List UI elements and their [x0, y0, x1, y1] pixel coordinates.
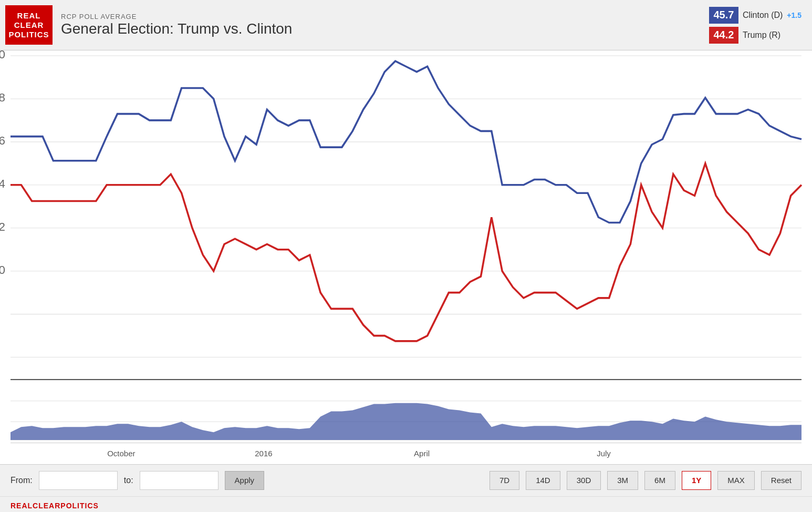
btn-3m[interactable]: 3M [607, 471, 638, 490]
rcp-label: RCP POLL AVERAGE [61, 13, 292, 21]
logo-text: REALCLEARPOLITICS [8, 11, 49, 39]
svg-text:46: 46 [0, 134, 5, 147]
mini-chart: 10 5 0 [11, 380, 801, 443]
trump-legend-item: 44.2 Trump (R) [709, 27, 780, 44]
btn-6m[interactable]: 6M [644, 471, 675, 490]
to-label: to: [124, 476, 133, 485]
legend: 45.7 Clinton (D) +1.5 44.2 Trump (R) [709, 7, 801, 44]
footer-text: REALCLEARPOLITICS [11, 501, 99, 510]
svg-text:42: 42 [0, 220, 5, 233]
header: REALCLEARPOLITICS RCP POLL AVERAGE Gener… [0, 0, 812, 50]
btn-30d[interactable]: 30D [567, 471, 601, 490]
main-chart: 50 48 46 44 42 40 [11, 56, 801, 380]
btn-14d[interactable]: 14D [526, 471, 560, 490]
main-chart-svg: 50 48 46 44 42 40 [11, 56, 801, 379]
btn-1y[interactable]: 1Y [682, 471, 711, 490]
logo: REALCLEARPOLITICS [5, 5, 53, 45]
title-block: RCP POLL AVERAGE General Election: Trump… [61, 13, 292, 37]
btn-max[interactable]: MAX [717, 471, 755, 490]
chart-area: 50 48 46 44 42 40 [0, 50, 812, 464]
btn-7d[interactable]: 7D [490, 471, 519, 490]
header-left: REALCLEARPOLITICS RCP POLL AVERAGE Gener… [5, 5, 292, 45]
apply-button[interactable]: Apply [225, 471, 265, 490]
clinton-score: 45.7 [709, 7, 738, 24]
svg-text:48: 48 [0, 91, 5, 104]
x-axis-labels: October 2016 April July [11, 443, 801, 464]
clinton-name: Clinton (D) [743, 11, 783, 20]
mini-chart-svg: 10 5 0 [11, 380, 801, 443]
x-label-july: July [597, 449, 611, 458]
to-input[interactable] [140, 471, 218, 490]
x-label-2016: 2016 [255, 449, 272, 458]
controls-bar: From: to: Apply 7D 14D 30D 3M 6M 1Y MAX … [0, 464, 812, 496]
footer: REALCLEARPOLITICS [0, 496, 812, 512]
chart-title: General Election: Trump vs. Clinton [61, 21, 292, 37]
from-label: From: [11, 476, 33, 485]
svg-text:44: 44 [0, 177, 5, 190]
svg-text:40: 40 [0, 263, 5, 277]
clinton-change: +1.5 [787, 11, 801, 19]
x-label-october: October [107, 449, 135, 458]
x-label-april: April [414, 449, 430, 458]
btn-reset[interactable]: Reset [761, 471, 801, 490]
clinton-legend-item: 45.7 Clinton (D) +1.5 [709, 7, 801, 24]
from-input[interactable] [39, 471, 118, 490]
trump-score: 44.2 [709, 27, 738, 44]
trump-name: Trump (R) [743, 30, 780, 40]
svg-text:50: 50 [0, 48, 5, 61]
